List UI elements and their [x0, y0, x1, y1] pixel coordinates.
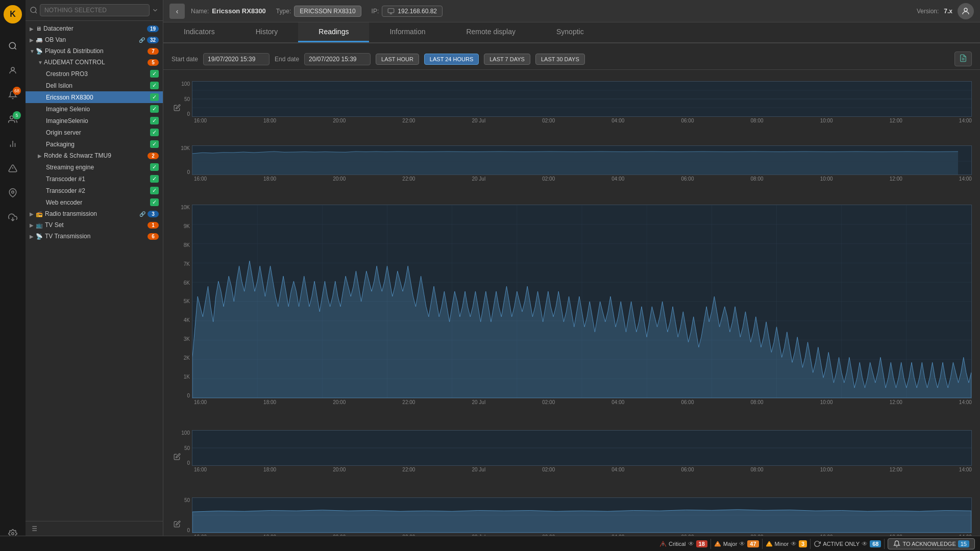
ip-label: IP:: [372, 8, 379, 15]
tree-item-tvset[interactable]: ▶ 📺 TV Set 1: [26, 219, 163, 231]
tree-item-tvtrans[interactable]: ▶ 📡 TV Transmission 6: [26, 231, 163, 242]
dropdown-icon[interactable]: [152, 7, 159, 14]
tab-indicators[interactable]: Indicators: [163, 22, 235, 42]
last-hour-btn[interactable]: LAST HOUR: [376, 54, 419, 65]
x-axis: 16:0018:0020:0022:0020 Jul02:0004:0006:0…: [172, 399, 972, 405]
sidebar-item-user[interactable]: [4, 61, 22, 80]
tree-label: Streaming engine: [46, 164, 150, 171]
monitor-icon: [387, 8, 395, 15]
status-check: ✓: [150, 187, 159, 194]
tab-remote-display[interactable]: Remote display: [446, 22, 536, 42]
sidebar-item-chart[interactable]: [4, 135, 22, 153]
tree-item-transcoder1[interactable]: Transcoder #1 ✓: [26, 173, 163, 185]
export-excel-btn[interactable]: [954, 52, 972, 66]
type-label: Type:: [276, 8, 291, 15]
sidebar-item-search[interactable]: [4, 37, 22, 55]
edit-icon[interactable]: [174, 441, 181, 472]
ip-value: 192.168.60.82: [382, 6, 443, 17]
tree-label: TV Transmission: [45, 233, 148, 240]
chart-area-fan2: [192, 205, 972, 398]
svg-line-13: [35, 12, 37, 13]
tree-item-transcoder2[interactable]: Transcoder #2 ✓: [26, 185, 163, 196]
minor-label: Minor: [775, 541, 789, 547]
active-only-label: ACTIVE ONLY: [823, 541, 860, 547]
status-check: ✓: [150, 198, 159, 206]
tree-item-radio[interactable]: ▶ 📻 Radio transmission 🔗 3: [26, 208, 163, 219]
tree-item-playout[interactable]: ▼ 📡 Playout & Distribution 7: [26, 45, 163, 57]
tree-item-audemat[interactable]: ▼ AUDEMAT CONTROL 5: [26, 57, 163, 68]
top-bar: ‹ Name: Ericsson RX8300 Type: ERICSSON R…: [163, 0, 980, 22]
tree-item-rohde[interactable]: ▶ Rohde & Schwarz TMU9 2: [26, 150, 163, 161]
major-status: Major 👁 47: [714, 540, 759, 547]
app-logo[interactable]: K: [4, 5, 22, 23]
tree-content: ▶ 🖥 Datacenter 19 ▶ 🚐 OB Van 🔗 32 ▼ 📡 Pl…: [26, 21, 163, 521]
main-content: ‹ Name: Ericsson RX8300 Type: ERICSSON R…: [163, 0, 980, 536]
sidebar-item-alerts[interactable]: 68: [4, 86, 22, 104]
start-date-label: Start date: [172, 56, 198, 63]
version-label: Version:: [917, 8, 939, 15]
datacenter-icon: 🖥: [36, 26, 41, 32]
svg-point-0: [9, 42, 15, 48]
tree-label: AUDEMAT CONTROL: [44, 59, 148, 66]
separator: [762, 539, 763, 549]
critical-label: Critical: [669, 541, 686, 547]
tree-item-dell[interactable]: Dell Isilon ✓: [26, 80, 163, 91]
acknowledge-button[interactable]: TO ACKNOWLEDGE 15: [888, 538, 975, 549]
svg-point-11: [12, 533, 14, 535]
major-count: 47: [747, 540, 758, 547]
tree-item-webencoder[interactable]: Web encoder ✓: [26, 196, 163, 208]
tab-readings[interactable]: Readings: [298, 22, 369, 42]
eye-icon: 👁: [791, 540, 797, 547]
tree-panel: ▶ 🖥 Datacenter 19 ▶ 🚐 OB Van 🔗 32 ▼ 📡 Pl…: [26, 0, 163, 536]
y-axis: 10K0: [172, 145, 192, 175]
tree-item-crestron[interactable]: Crestron PRO3 ✓: [26, 68, 163, 80]
tvtrans-icon: 📡: [36, 233, 43, 240]
tree-item-ericsson[interactable]: Ericsson RX8300 ✓: [26, 91, 163, 103]
tree-item-obvan[interactable]: ▶ 🚐 OB Van 🔗 32: [26, 34, 163, 45]
last-30d-btn[interactable]: LAST 30 DAYS: [535, 54, 585, 65]
tree-item-origin[interactable]: Origin server ✓: [26, 127, 163, 138]
last-24h-btn[interactable]: LAST 24 HOURS: [424, 54, 479, 65]
last-7d-btn[interactable]: LAST 7 DAYS: [484, 54, 530, 65]
sidebar-item-team[interactable]: 5: [4, 110, 22, 129]
tree-bottom-bar: [26, 521, 163, 536]
tree-search-input[interactable]: [40, 4, 150, 16]
chart-area: [192, 145, 972, 175]
tree-search-bar: [26, 0, 163, 21]
tree-item-streaming[interactable]: Streaming engine ✓: [26, 161, 163, 173]
tree-item-imagine[interactable]: Imagine Selenio ✓: [26, 103, 163, 115]
status-check: ✓: [150, 70, 159, 78]
tab-information[interactable]: Information: [369, 22, 446, 42]
tree-label: Playout & Distribution: [45, 47, 148, 55]
tree-label: Packaging: [46, 141, 150, 148]
tree-arrow: ▶: [38, 153, 44, 159]
tree-label: OB Van: [45, 36, 139, 43]
back-button[interactable]: ‹: [169, 4, 185, 19]
tree-label: Radio transmission: [45, 210, 139, 217]
edit-icon[interactable]: [174, 92, 181, 123]
start-date-input[interactable]: [203, 53, 270, 65]
version-value: 7.x: [944, 8, 952, 15]
date-bar: Start date End date LAST HOUR LAST 24 HO…: [163, 48, 980, 70]
tree-item-packaging[interactable]: Packaging ✓: [26, 138, 163, 150]
tree-arrow: ▶: [30, 26, 36, 32]
tree-arrow: ▶: [30, 234, 36, 239]
obvan-icon: 🚐: [36, 37, 43, 43]
tab-synoptic[interactable]: Synoptic: [536, 22, 604, 42]
search-icon: [30, 6, 38, 14]
end-date-input[interactable]: [304, 53, 371, 65]
refresh-icon: [814, 540, 821, 547]
minor-status: Minor 👁 3: [766, 540, 807, 547]
critical-icon: [659, 540, 667, 547]
major-icon: [714, 540, 721, 547]
edit-icon[interactable]: [174, 509, 181, 536]
tree-arrow: ▼: [38, 60, 44, 65]
tree-item-datacenter[interactable]: ▶ 🖥 Datacenter 19: [26, 23, 163, 34]
tree-item-imaginesel[interactable]: ImagineSelenio ✓: [26, 115, 163, 127]
sidebar-item-warning[interactable]: [4, 159, 22, 178]
tab-history[interactable]: History: [235, 22, 299, 42]
sidebar-item-location[interactable]: [4, 184, 22, 202]
tree-arrow: ▶: [30, 211, 36, 217]
sidebar-item-download[interactable]: [4, 208, 22, 227]
user-avatar[interactable]: [958, 3, 974, 19]
